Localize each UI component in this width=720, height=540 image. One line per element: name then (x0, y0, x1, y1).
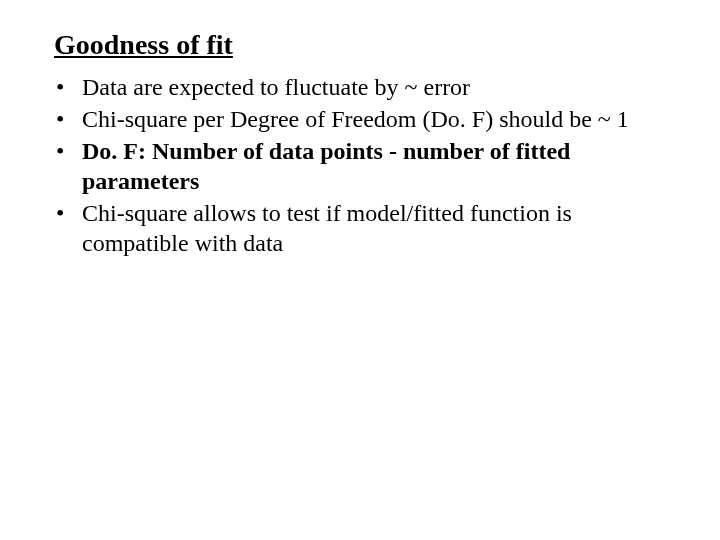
slide: Goodness of fit Data are expected to flu… (0, 0, 720, 540)
list-item: Chi-square per Degree of Freedom (Do. F)… (54, 104, 666, 134)
list-item: Do. F: Number of data points - number of… (54, 136, 666, 196)
bullet-list: Data are expected to fluctuate by ~ erro… (54, 72, 666, 258)
list-item: Data are expected to fluctuate by ~ erro… (54, 72, 666, 102)
list-item: Chi-square allows to test if model/fitte… (54, 198, 666, 258)
bullet-text: Chi-square allows to test if model/fitte… (82, 200, 572, 256)
bullet-text: Data are expected to fluctuate by ~ erro… (82, 74, 470, 100)
bullet-text: Do. F: Number of data points - number of… (82, 138, 570, 194)
slide-title: Goodness of fit (54, 28, 666, 62)
bullet-text: Chi-square per Degree of Freedom (Do. F)… (82, 106, 629, 132)
